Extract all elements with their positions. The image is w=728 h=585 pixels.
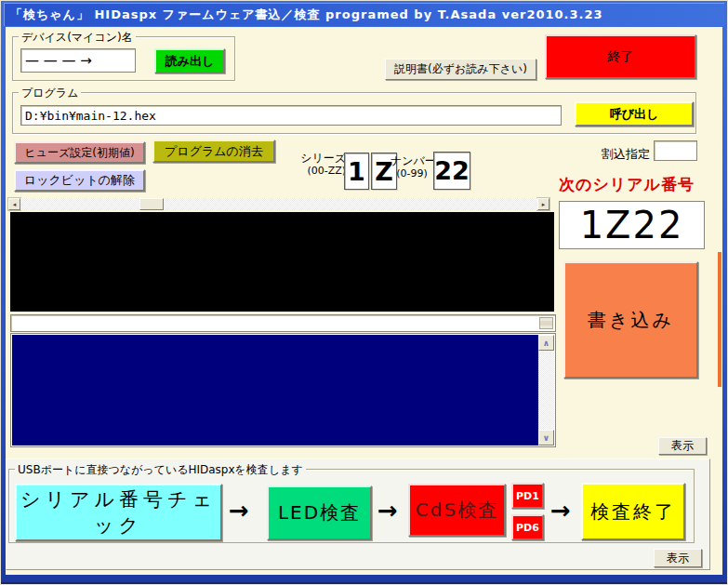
series-label: シリーズ [300,152,346,165]
series-char1-field[interactable]: 1 [344,153,369,190]
window-title: 「検ちゃん」 HIDaspx ファームウェア書込／検査 programed by… [10,7,603,23]
title-bar[interactable]: 「検ちゃん」 HIDaspx ファームウェア書込／検査 programed by… [4,3,724,26]
flow-arrow-3: → [550,497,571,525]
status-field[interactable] [10,314,556,332]
scroll-left-button[interactable] [8,198,20,210]
scroll-down-icon [543,433,549,443]
fuse-setting-button[interactable]: ヒューズ設定(初期値) [14,141,145,164]
manual-button[interactable]: 説明書(必ずお読み下さい) [385,59,536,80]
serial-check-button[interactable]: シリアル番号チェック [15,484,222,541]
lockbit-release-button[interactable]: ロックビットの解除 [14,169,145,192]
horizontal-scrollbar[interactable] [8,198,549,210]
inspection-group-label: USBポートに直接つながっているHIDaspxを検査します [15,462,306,478]
program-group-label: プログラム [19,86,81,101]
erase-program-button[interactable]: プログラムの消去 [152,140,275,163]
inspection-panel: USBポートに直接つながっているHIDaspxを検査します シリアル番号チェック… [6,459,710,570]
pd6-button[interactable]: PD6 [511,514,544,540]
load-program-button[interactable]: 呼び出し [575,101,694,126]
scroll-down-button[interactable] [538,430,554,445]
scroll-right-icon [542,201,546,208]
pd1-button[interactable]: PD1 [511,483,544,509]
next-serial-caption: 次のシリアル番号 [559,174,695,195]
number-label: ナンバー [390,154,436,167]
output-console-black [10,212,554,312]
series-range-label: (00-ZZ) [307,165,346,177]
log-console-fill [12,335,538,445]
device-group: デバイス(マイコン)名 — — — → 読み出し [12,36,235,81]
app-window: 「検ちゃん」 HIDaspx ファームウェア書込／検査 programed by… [0,0,728,585]
log-console-navy [10,333,556,447]
series-label-block: シリーズ (00-ZZ) [292,153,346,177]
exit-button[interactable]: 終了 [545,34,696,79]
finish-test-button[interactable]: 検査終了 [581,483,685,540]
program-path-input[interactable]: D:¥bin¥main-12.hex [20,105,562,126]
flow-arrow-1: → [229,497,249,525]
number-field[interactable]: 22 [433,152,470,190]
scroll-up-icon [543,339,549,348]
h-scroll-track[interactable] [20,198,537,210]
next-serial-value: 1Z22 [559,201,705,249]
number-range-label: (0-99) [396,167,428,179]
write-button[interactable]: 書き込み [563,261,698,379]
show-button-upper[interactable]: 表示 [658,437,707,455]
right-edge-orange-strip [718,252,721,387]
field-grip-icon[interactable] [539,317,553,329]
scroll-up-button[interactable] [538,335,554,351]
client-area: デバイス(マイコン)名 — — — → 読み出し 説明書(必ずお読み下さい) 終… [6,27,722,575]
read-device-button[interactable]: 読み出し [154,48,225,73]
show-button-lower[interactable]: 表示 [654,549,702,567]
device-name-field[interactable]: — — — → [20,48,136,73]
scroll-left-icon [13,201,17,208]
interrupt-field[interactable] [654,140,697,161]
cds-test-button[interactable]: CdS検査 [408,484,506,537]
program-group: プログラム D:¥bin¥main-12.hex 呼び出し [12,92,696,134]
scroll-right-button[interactable] [537,198,549,210]
flow-arrow-2: → [377,497,398,525]
vertical-scrollbar[interactable] [538,335,554,445]
number-label-block: ナンバー (0-99) [390,155,433,179]
interrupt-label: 割込指定 [602,148,650,160]
h-scroll-thumb[interactable] [139,198,164,210]
device-group-label: デバイス(マイコン)名 [19,30,136,46]
led-test-button[interactable]: LED検査 [267,485,372,540]
